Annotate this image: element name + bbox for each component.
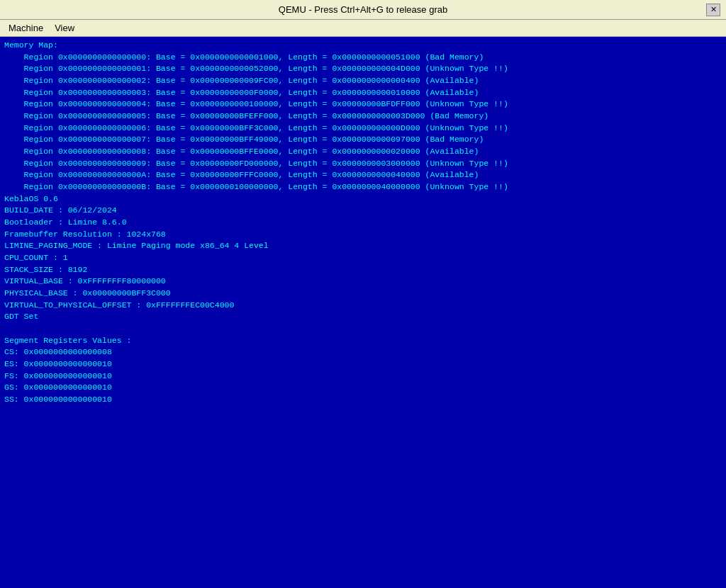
qemu-display: Memory Map: Region 0x0000000000000000: B… (0, 37, 726, 588)
close-button[interactable]: ✕ (706, 4, 720, 16)
menu-item-machine[interactable]: Machine (3, 21, 49, 35)
menu-item-view[interactable]: View (49, 21, 80, 35)
menu-bar: MachineView (0, 20, 726, 37)
console-output: Memory Map: Region 0x0000000000000000: B… (4, 40, 722, 406)
window-title: QEMU - Press Ctrl+Alt+G to release grab (20, 4, 706, 15)
title-bar: QEMU - Press Ctrl+Alt+G to release grab … (0, 0, 726, 20)
